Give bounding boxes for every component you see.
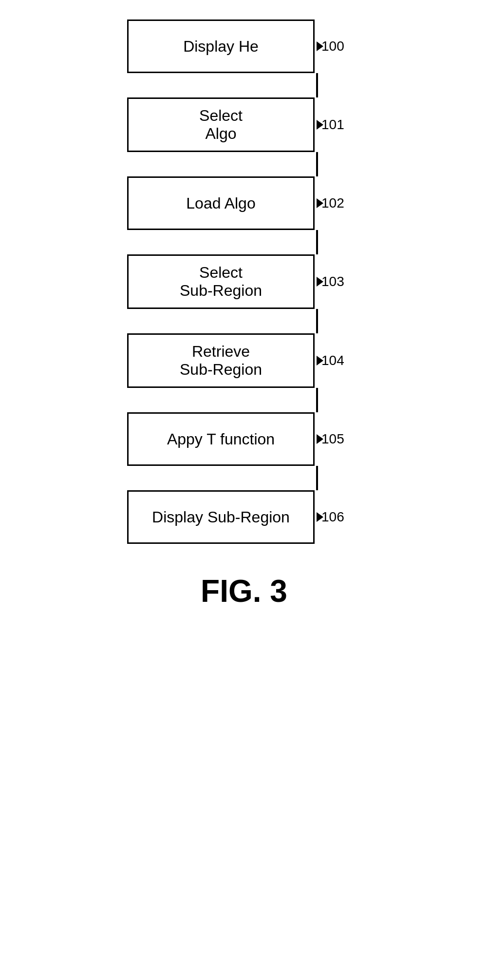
- figure-label: FIG. 3: [201, 573, 287, 609]
- label-106: 106: [321, 509, 419, 525]
- box-retrieve-sub-region-label: RetrieveSub-Region: [180, 343, 262, 379]
- box-load-algo-label: Load Algo: [186, 194, 255, 212]
- box-select-algo: SelectAlgo: [127, 97, 315, 152]
- flow-row-106: Display Sub-Region 106: [74, 490, 414, 544]
- diagram-container: Display He 100 SelectAlgo 101 Load Algo …: [0, 19, 488, 638]
- connector-6: [316, 466, 318, 490]
- box-appy-t-function-label: Appy T function: [167, 430, 275, 448]
- flow-row-104: RetrieveSub-Region 104: [74, 333, 414, 388]
- box-display-he-label: Display He: [183, 38, 259, 56]
- flow-row-105: Appy T function 105: [74, 412, 414, 466]
- connector-2: [316, 152, 318, 176]
- label-102: 102: [321, 195, 419, 211]
- flow-row-100: Display He 100: [74, 19, 414, 73]
- box-select-algo-label: SelectAlgo: [199, 107, 243, 143]
- connector-5: [316, 388, 318, 412]
- box-select-sub-region-label: SelectSub-Region: [180, 264, 262, 300]
- label-105: 105: [321, 431, 419, 447]
- flow-row-102: Load Algo 102: [74, 176, 414, 230]
- label-100: 100: [321, 38, 419, 54]
- flow-row-101: SelectAlgo 101: [74, 97, 414, 152]
- flow-row-103: SelectSub-Region 103: [74, 254, 414, 309]
- box-display-sub-region: Display Sub-Region: [127, 490, 315, 544]
- label-103: 103: [321, 274, 419, 289]
- label-104: 104: [321, 353, 419, 368]
- connector-3: [316, 230, 318, 254]
- box-display-he: Display He: [127, 19, 315, 73]
- connector-4: [316, 309, 318, 333]
- label-101: 101: [321, 117, 419, 133]
- box-load-algo: Load Algo: [127, 176, 315, 230]
- box-retrieve-sub-region: RetrieveSub-Region: [127, 333, 315, 388]
- box-select-sub-region: SelectSub-Region: [127, 254, 315, 309]
- box-display-sub-region-label: Display Sub-Region: [152, 508, 290, 526]
- box-appy-t-function: Appy T function: [127, 412, 315, 466]
- connector-1: [316, 73, 318, 97]
